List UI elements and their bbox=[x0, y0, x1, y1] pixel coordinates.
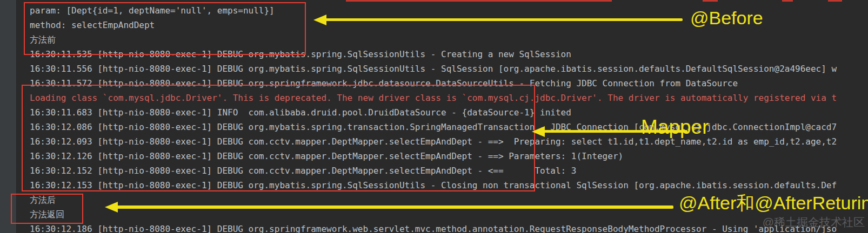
log-line: 16:30:12.186 [http-nio-8080-exec-1] DEBU… bbox=[30, 222, 868, 233]
log-line: 方法前 bbox=[30, 32, 868, 47]
log-line: param: [Dept{id=1, deptName='null', emps… bbox=[30, 3, 868, 18]
log-line: 16:30:12.152 [http-nio-8080-exec-1] DEBU… bbox=[30, 163, 868, 178]
log-line: 16:30:12.093 [http-nio-8080-exec-1] DEBU… bbox=[30, 134, 868, 149]
log-line: Loading class `com.mysql.jdbc.Driver'. T… bbox=[30, 91, 868, 105]
clipped-redmark-remnant bbox=[703, 0, 718, 2]
log-line: 16:30:12.153 [http-nio-8080-exec-1] DEBU… bbox=[30, 178, 868, 193]
log-line: 16:30:12.086 [http-nio-8080-exec-1] DEBU… bbox=[30, 120, 868, 134]
log-line: 16:30:11.535 [http-nio-8080-exec-1] DEBU… bbox=[30, 47, 868, 61]
console-output[interactable]: param: [Dept{id=1, deptName='null', emps… bbox=[30, 3, 868, 233]
clipped-redline-remnant bbox=[346, 0, 612, 2]
console-lines: param: [Dept{id=1, deptName='null', emps… bbox=[30, 3, 868, 233]
clipped-redmark-remnant bbox=[828, 0, 842, 2]
log-line: 方法返回 bbox=[30, 207, 868, 222]
editor-gutter bbox=[0, 0, 17, 233]
log-line: method: selectEmpAndDept bbox=[30, 18, 868, 32]
log-line: 方法后 bbox=[30, 193, 868, 207]
clipped-redmark-remnant bbox=[782, 0, 793, 2]
log-line: 16:30:11.572 [http-nio-8080-exec-1] DEBU… bbox=[30, 76, 868, 91]
ide-console-screenshot: { "colors":{ "background":"#2a2a2b", "gu… bbox=[0, 0, 868, 233]
log-line: 16:30:11.556 [http-nio-8080-exec-1] DEBU… bbox=[30, 61, 868, 76]
log-line: 16:30:12.126 [http-nio-8080-exec-1] DEBU… bbox=[30, 149, 868, 163]
log-line: 16:30:11.683 [http-nio-8080-exec-1] INFO… bbox=[30, 105, 868, 120]
site-watermark: @稀土掘金技术社区 bbox=[763, 215, 865, 230]
